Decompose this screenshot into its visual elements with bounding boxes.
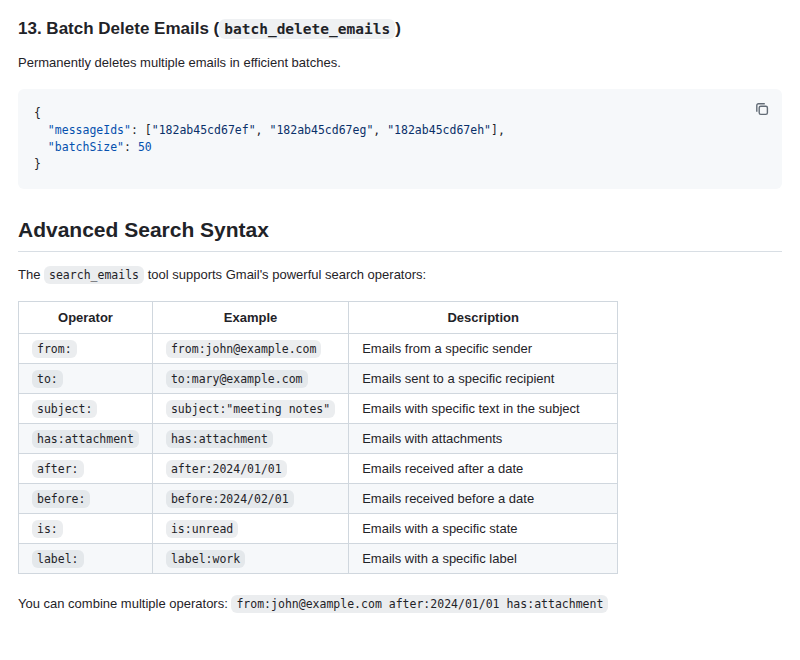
operator-code: to: [32, 370, 63, 388]
table-header-row: OperatorExampleDescription [19, 302, 618, 334]
code-line: } [34, 156, 766, 173]
table-row: has:attachmenthas:attachmentEmails with … [19, 424, 618, 454]
example-code: subject:"meeting notes" [166, 400, 335, 418]
column-header: Description [349, 302, 618, 334]
table-row: to:to:mary@example.comEmails sent to a s… [19, 364, 618, 394]
json-code-block: { "messageIds": ["182ab45cd67ef", "182ab… [18, 89, 782, 189]
tool-heading-suffix: ) [395, 19, 401, 38]
operator-code: before: [32, 490, 90, 508]
search-operators-table-body: from:from:john@example.comEmails from a … [19, 334, 618, 574]
tool-heading-code: batch_delete_emails [219, 19, 395, 39]
code-line: "messageIds": ["182ab45cd67ef", "182ab45… [34, 122, 766, 139]
example-code: label:work [166, 550, 245, 568]
copy-icon [754, 101, 770, 117]
search-operators-table: OperatorExampleDescription from:from:joh… [18, 301, 618, 574]
example-code: after:2024/01/01 [166, 460, 287, 478]
tool-heading-prefix: 13. Batch Delete Emails ( [18, 19, 219, 38]
description-cell: Emails sent to a specific recipient [349, 364, 618, 394]
table-row: label:label:workEmails with a specific l… [19, 544, 618, 574]
description-cell: Emails with a specific state [349, 514, 618, 544]
example-code: to:mary@example.com [166, 370, 308, 388]
description-cell: Emails with a specific label [349, 544, 618, 574]
table-row: after:after:2024/01/01Emails received af… [19, 454, 618, 484]
document-body: 13. Batch Delete Emails (batch_delete_em… [0, 0, 800, 614]
column-header: Example [152, 302, 348, 334]
table-row: subject:subject:"meeting notes"Emails wi… [19, 394, 618, 424]
combine-note-code: from:john@example.com after:2024/01/01 h… [231, 595, 608, 613]
search-intro-prefix: The [18, 267, 44, 282]
description-cell: Emails received before a date [349, 484, 618, 514]
operator-code: is: [32, 520, 63, 538]
copy-button[interactable] [750, 97, 774, 121]
example-code: from:john@example.com [166, 340, 321, 358]
example-code: has:attachment [166, 430, 273, 448]
operator-code: after: [32, 460, 84, 478]
operator-code: label: [32, 550, 84, 568]
combine-operators-note: You can combine multiple operators: from… [18, 594, 782, 614]
search-intro: The search_emails tool supports Gmail's … [18, 266, 782, 285]
section-heading: Advanced Search Syntax [18, 217, 782, 252]
operator-code: subject: [32, 400, 97, 418]
table-row: from:from:john@example.comEmails from a … [19, 334, 618, 364]
table-row: before:before:2024/02/01Emails received … [19, 484, 618, 514]
example-code: before:2024/02/01 [166, 490, 294, 508]
table-row: is:is:unreadEmails with a specific state [19, 514, 618, 544]
description-cell: Emails with attachments [349, 424, 618, 454]
description-cell: Emails received after a date [349, 454, 618, 484]
tool-description: Permanently deletes multiple emails in e… [18, 54, 782, 73]
example-code: is:unread [166, 520, 238, 538]
search-intro-code: search_emails [44, 266, 144, 284]
description-cell: Emails from a specific sender [349, 334, 618, 364]
operator-code: from: [32, 340, 77, 358]
code-line: { [34, 105, 766, 122]
code-content: { "messageIds": ["182ab45cd67ef", "182ab… [34, 105, 766, 173]
search-intro-suffix: tool supports Gmail's powerful search op… [144, 267, 426, 282]
tool-heading: 13. Batch Delete Emails (batch_delete_em… [18, 18, 782, 40]
combine-note-prefix: You can combine multiple operators: [18, 596, 231, 611]
operator-code: has:attachment [32, 430, 139, 448]
code-line: "batchSize": 50 [34, 139, 766, 156]
column-header: Operator [19, 302, 153, 334]
description-cell: Emails with specific text in the subject [349, 394, 618, 424]
